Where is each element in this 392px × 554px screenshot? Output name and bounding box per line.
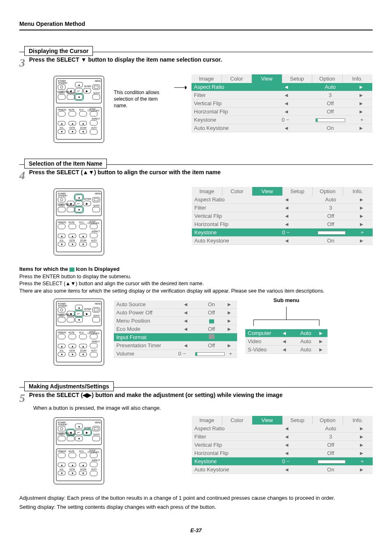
step-number-4: 4 xyxy=(19,169,25,182)
notes-line-3: There are also some items for which the … xyxy=(19,288,325,294)
section-title-selection-item: Selection of the Item Name xyxy=(24,159,107,169)
svg-text:▲: ▲ xyxy=(60,122,63,125)
svg-text:ECO: ECO xyxy=(79,331,84,334)
svg-text:ECO: ECO xyxy=(79,450,84,452)
svg-rect-182 xyxy=(94,427,98,430)
svg-rect-122 xyxy=(94,309,98,311)
svg-text:AUTO: AUTO xyxy=(91,127,97,129)
svg-text:▲: ▲ xyxy=(71,464,74,466)
svg-text:▼: ▼ xyxy=(82,472,85,475)
svg-text:ECO: ECO xyxy=(79,108,84,111)
svg-text:↩: ↩ xyxy=(77,90,80,92)
svg-rect-34 xyxy=(69,111,76,116)
svg-text:CANCEL: CANCEL xyxy=(67,92,76,94)
svg-text:VOL: VOL xyxy=(60,127,64,129)
svg-point-62 xyxy=(60,199,63,201)
svg-marker-57 xyxy=(185,86,187,89)
svg-text:MUTE: MUTE xyxy=(69,108,75,111)
osd-tab-setup: Setup xyxy=(282,74,313,83)
notes-line-2: Press the SELECT (▲▼) button and align t… xyxy=(19,281,204,286)
svg-rect-80 xyxy=(58,207,65,212)
osd-tab-color: Color xyxy=(222,74,252,83)
svg-text:▲: ▲ xyxy=(78,196,81,199)
svg-rect-214 xyxy=(90,462,97,467)
svg-text:FREEZE: FREEZE xyxy=(58,450,66,452)
svg-rect-153 xyxy=(90,343,97,348)
svg-rect-201 xyxy=(92,436,100,441)
enter-icon xyxy=(69,268,74,272)
submenu-pointer xyxy=(245,303,327,328)
svg-text:VOL: VOL xyxy=(60,468,64,471)
svg-text:QUICK: QUICK xyxy=(93,433,100,436)
svg-text:▼: ▼ xyxy=(82,243,85,246)
svg-rect-212 xyxy=(90,453,97,458)
svg-text:▲: ▲ xyxy=(82,464,85,466)
remote-diagram-4: POWERSTANDBY MENU ▲ ◀ ↩ ▶ ▼ COMPUTERENTE… xyxy=(52,187,106,258)
svg-text:▼: ▼ xyxy=(78,437,81,440)
svg-text:ZOOM: ZOOM xyxy=(80,349,86,352)
svg-text:AUTO: AUTO xyxy=(91,468,97,471)
svg-text:ASPECT: ASPECT xyxy=(92,230,100,233)
svg-rect-93 xyxy=(69,224,76,229)
svg-rect-33 xyxy=(58,111,65,116)
osd-view-menu-4: Image Color View Setup Option Info. Aspe… xyxy=(192,187,373,245)
svg-point-179 xyxy=(60,427,63,430)
svg-rect-65 xyxy=(94,199,98,201)
svg-text:VIDEO: VIDEO xyxy=(58,314,65,317)
step3-caption: This condition allows selection of the i… xyxy=(114,89,169,109)
svg-rect-140 xyxy=(92,317,100,322)
svg-text:VIDEO: VIDEO xyxy=(58,433,65,436)
svg-text:KSTN: KSTN xyxy=(69,127,75,129)
svg-text:KSTN: KSTN xyxy=(69,349,75,352)
svg-text:▼: ▼ xyxy=(82,130,85,133)
step-text-3: Press the SELECT ▼ button to display the… xyxy=(29,56,222,63)
step-sub-5: When a button is pressed, the image will… xyxy=(33,405,161,411)
svg-text:ZOOM: ZOOM xyxy=(80,239,86,242)
svg-text:QUICK: QUICK xyxy=(93,314,100,317)
svg-rect-92 xyxy=(58,224,65,229)
svg-rect-199 xyxy=(67,436,74,441)
svg-text:↩: ↩ xyxy=(77,431,80,434)
svg-rect-211 xyxy=(79,453,87,458)
header-rule xyxy=(19,30,373,30)
svg-rect-169 xyxy=(90,352,97,357)
svg-text:▲: ▲ xyxy=(60,235,63,238)
svg-rect-7 xyxy=(94,86,98,88)
body-text-1: Adjustment display: Each press of the bu… xyxy=(19,494,373,502)
osd-row-aspect: Aspect Ratio Auto xyxy=(191,83,372,91)
svg-rect-149 xyxy=(69,334,76,339)
svg-text:▲: ▲ xyxy=(82,345,85,348)
submenu-label: Sub menu xyxy=(245,297,327,303)
svg-rect-210 xyxy=(69,453,76,458)
svg-text:ASPECT: ASPECT xyxy=(92,340,100,343)
svg-text:▲: ▲ xyxy=(60,345,63,348)
pointer-arrow xyxy=(174,78,187,99)
svg-text:ZOOM: ZOOM xyxy=(80,127,86,129)
svg-text:STANDBY: STANDBY xyxy=(58,194,68,197)
svg-text:▼: ▼ xyxy=(78,319,81,321)
svg-rect-97 xyxy=(90,233,97,238)
svg-text:STANDBY: STANDBY xyxy=(58,82,68,84)
section-title-displaying-cursor: Displaying the Cursor xyxy=(24,46,93,56)
svg-rect-25 xyxy=(92,95,100,99)
svg-text:▼: ▼ xyxy=(71,243,74,246)
svg-rect-148 xyxy=(58,334,65,339)
running-header: Menu Operation Method xyxy=(19,21,373,27)
svg-text:MENU: MENU xyxy=(95,192,101,195)
svg-text:CANCEL: CANCEL xyxy=(67,433,76,436)
svg-text:▲: ▲ xyxy=(82,235,85,238)
svg-rect-230 xyxy=(90,471,97,476)
svg-text:▲: ▲ xyxy=(71,122,74,125)
svg-text:CANCEL: CANCEL xyxy=(67,314,76,317)
svg-text:▼: ▼ xyxy=(82,353,85,356)
svg-text:QUICK: QUICK xyxy=(93,204,100,207)
svg-text:▼: ▼ xyxy=(60,472,63,475)
svg-text:CANCEL: CANCEL xyxy=(67,204,76,207)
svg-text:QUICK: QUICK xyxy=(93,92,100,94)
svg-rect-84 xyxy=(92,207,100,212)
svg-text:FREEZE: FREEZE xyxy=(58,221,66,224)
svg-text:AUTO: AUTO xyxy=(91,239,97,242)
svg-text:▲: ▲ xyxy=(82,122,85,125)
svg-rect-150 xyxy=(79,334,87,339)
svg-rect-95 xyxy=(90,224,97,229)
